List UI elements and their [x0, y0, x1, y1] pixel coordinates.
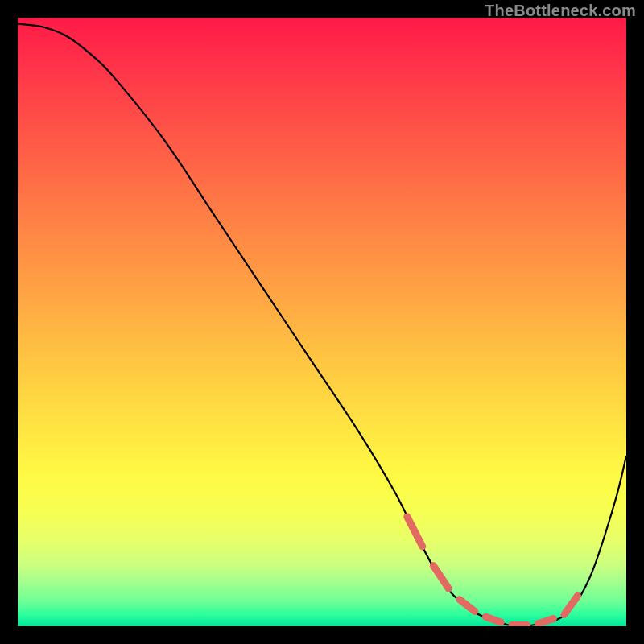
curve-svg: [18, 18, 626, 626]
dash-segment: [485, 617, 501, 622]
dash-segment: [538, 619, 553, 624]
dash-segment: [460, 600, 475, 612]
watermark-text: TheBottleneck.com: [485, 2, 636, 20]
plot-area: [18, 18, 626, 626]
dash-segment: [433, 566, 448, 589]
dash-segment: [564, 596, 578, 614]
curve-path: [18, 24, 626, 626]
dash-segment: [407, 517, 423, 547]
dashed-overlay: [407, 517, 578, 625]
chart-frame: TheBottleneck.com: [0, 0, 644, 644]
